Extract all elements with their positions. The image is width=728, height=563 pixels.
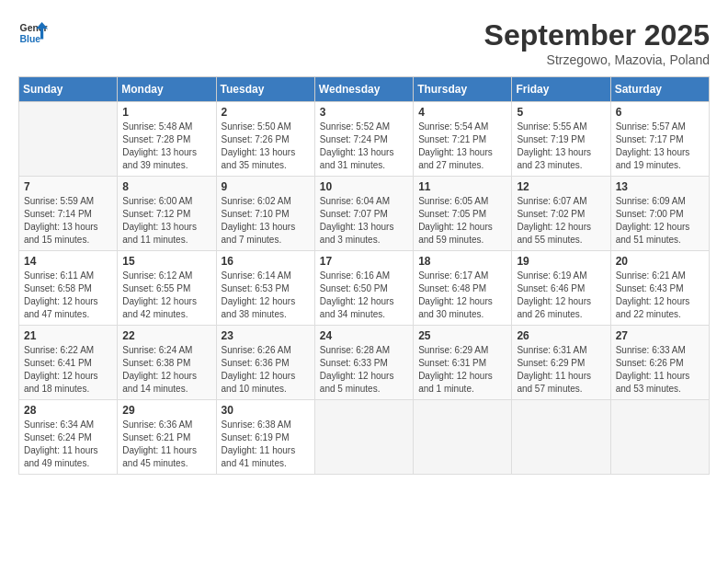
day-number: 3: [320, 106, 408, 119]
header-day: Wednesday: [314, 77, 413, 102]
day-info: Sunrise: 6:19 AM Sunset: 6:46 PM Dayligh…: [517, 270, 605, 321]
calendar-day-cell: 19Sunrise: 6:19 AM Sunset: 6:46 PM Dayli…: [512, 251, 610, 326]
day-info: Sunrise: 6:26 AM Sunset: 6:36 PM Dayligh…: [222, 344, 310, 396]
header-day: Friday: [512, 77, 610, 102]
day-info: Sunrise: 6:11 AM Sunset: 6:58 PM Dayligh…: [24, 270, 112, 321]
calendar-week-row: 21Sunrise: 6:22 AM Sunset: 6:41 PM Dayli…: [19, 326, 710, 400]
header-day: Tuesday: [216, 77, 314, 102]
day-number: 28: [24, 404, 112, 417]
calendar-day-cell: 25Sunrise: 6:29 AM Sunset: 6:31 PM Dayli…: [414, 326, 512, 400]
title-block: September 2025 Strzegowo, Mazovia, Polan…: [484, 18, 710, 67]
day-number: 30: [222, 404, 310, 417]
day-info: Sunrise: 6:09 AM Sunset: 7:00 PM Dayligh…: [616, 195, 704, 247]
day-info: Sunrise: 5:57 AM Sunset: 7:17 PM Dayligh…: [616, 121, 704, 172]
calendar-day-cell: 12Sunrise: 6:07 AM Sunset: 7:02 PM Dayli…: [512, 177, 610, 251]
day-number: 20: [616, 255, 704, 268]
location-subtitle: Strzegowo, Mazovia, Poland: [484, 52, 710, 67]
day-info: Sunrise: 5:52 AM Sunset: 7:24 PM Dayligh…: [320, 121, 408, 172]
day-number: 9: [222, 180, 310, 193]
calendar-day-cell: 1Sunrise: 5:48 AM Sunset: 7:28 PM Daylig…: [118, 102, 216, 177]
calendar-day-cell: 30Sunrise: 6:38 AM Sunset: 6:19 PM Dayli…: [216, 400, 314, 475]
day-number: 8: [122, 180, 210, 193]
calendar-day-cell: 6Sunrise: 5:57 AM Sunset: 7:17 PM Daylig…: [610, 102, 709, 177]
day-number: 29: [122, 404, 210, 417]
day-info: Sunrise: 6:02 AM Sunset: 7:10 PM Dayligh…: [222, 195, 310, 247]
calendar-week-row: 14Sunrise: 6:11 AM Sunset: 6:58 PM Dayli…: [19, 251, 710, 326]
calendar-day-cell: 18Sunrise: 6:17 AM Sunset: 6:48 PM Dayli…: [414, 251, 512, 326]
day-number: 12: [517, 180, 605, 193]
calendar-day-cell: 29Sunrise: 6:36 AM Sunset: 6:21 PM Dayli…: [118, 400, 216, 475]
calendar-day-cell: 24Sunrise: 6:28 AM Sunset: 6:33 PM Dayli…: [314, 326, 413, 400]
calendar-day-cell: 4Sunrise: 5:54 AM Sunset: 7:21 PM Daylig…: [414, 102, 512, 177]
page-header: General Blue September 2025 Strzegowo, M…: [18, 18, 710, 67]
calendar-header: SundayMondayTuesdayWednesdayThursdayFrid…: [19, 77, 710, 102]
day-info: Sunrise: 6:33 AM Sunset: 6:26 PM Dayligh…: [616, 344, 704, 396]
day-info: Sunrise: 6:31 AM Sunset: 6:29 PM Dayligh…: [517, 344, 605, 396]
calendar-day-cell: 11Sunrise: 6:05 AM Sunset: 7:05 PM Dayli…: [414, 177, 512, 251]
calendar-day-cell: 20Sunrise: 6:21 AM Sunset: 6:43 PM Dayli…: [610, 251, 709, 326]
day-info: Sunrise: 6:17 AM Sunset: 6:48 PM Dayligh…: [418, 270, 506, 321]
day-number: 19: [517, 255, 605, 268]
header-day: Monday: [118, 77, 216, 102]
day-info: Sunrise: 5:55 AM Sunset: 7:19 PM Dayligh…: [517, 121, 605, 172]
day-info: Sunrise: 6:14 AM Sunset: 6:53 PM Dayligh…: [222, 270, 310, 321]
logo: General Blue: [18, 18, 48, 48]
header-day: Saturday: [610, 77, 709, 102]
month-title: September 2025: [484, 18, 710, 52]
calendar-day-cell: [512, 400, 610, 475]
day-number: 7: [24, 180, 112, 193]
day-number: 26: [517, 329, 605, 342]
calendar-day-cell: 17Sunrise: 6:16 AM Sunset: 6:50 PM Dayli…: [314, 251, 413, 326]
calendar-day-cell: 5Sunrise: 5:55 AM Sunset: 7:19 PM Daylig…: [512, 102, 610, 177]
day-info: Sunrise: 5:54 AM Sunset: 7:21 PM Dayligh…: [418, 121, 506, 172]
calendar-day-cell: 3Sunrise: 5:52 AM Sunset: 7:24 PM Daylig…: [314, 102, 413, 177]
calendar-day-cell: 9Sunrise: 6:02 AM Sunset: 7:10 PM Daylig…: [216, 177, 314, 251]
day-info: Sunrise: 6:16 AM Sunset: 6:50 PM Dayligh…: [320, 270, 408, 321]
day-number: 24: [320, 329, 408, 342]
day-number: 13: [616, 180, 704, 193]
day-info: Sunrise: 5:59 AM Sunset: 7:14 PM Dayligh…: [24, 195, 112, 247]
calendar-week-row: 28Sunrise: 6:34 AM Sunset: 6:24 PM Dayli…: [19, 400, 710, 475]
calendar-week-row: 1Sunrise: 5:48 AM Sunset: 7:28 PM Daylig…: [19, 102, 710, 177]
calendar-day-cell: [19, 102, 118, 177]
day-info: Sunrise: 6:05 AM Sunset: 7:05 PM Dayligh…: [418, 195, 506, 247]
day-info: Sunrise: 6:07 AM Sunset: 7:02 PM Dayligh…: [517, 195, 605, 247]
calendar-body: 1Sunrise: 5:48 AM Sunset: 7:28 PM Daylig…: [19, 102, 710, 475]
calendar-day-cell: 10Sunrise: 6:04 AM Sunset: 7:07 PM Dayli…: [314, 177, 413, 251]
day-number: 5: [517, 106, 605, 119]
day-number: 22: [122, 329, 210, 342]
calendar-day-cell: 21Sunrise: 6:22 AM Sunset: 6:41 PM Dayli…: [19, 326, 118, 400]
calendar-table: SundayMondayTuesdayWednesdayThursdayFrid…: [18, 76, 710, 475]
day-number: 25: [418, 329, 506, 342]
calendar-day-cell: 14Sunrise: 6:11 AM Sunset: 6:58 PM Dayli…: [19, 251, 118, 326]
day-number: 14: [24, 255, 112, 268]
day-info: Sunrise: 5:50 AM Sunset: 7:26 PM Dayligh…: [222, 121, 310, 172]
day-number: 17: [320, 255, 408, 268]
day-number: 15: [122, 255, 210, 268]
day-info: Sunrise: 6:21 AM Sunset: 6:43 PM Dayligh…: [616, 270, 704, 321]
calendar-week-row: 7Sunrise: 5:59 AM Sunset: 7:14 PM Daylig…: [19, 177, 710, 251]
calendar-day-cell: 23Sunrise: 6:26 AM Sunset: 6:36 PM Dayli…: [216, 326, 314, 400]
calendar-day-cell: [314, 400, 413, 475]
calendar-day-cell: 2Sunrise: 5:50 AM Sunset: 7:26 PM Daylig…: [216, 102, 314, 177]
logo-icon: General Blue: [18, 18, 48, 48]
day-number: 16: [222, 255, 310, 268]
header-day: Sunday: [19, 77, 118, 102]
calendar-day-cell: 8Sunrise: 6:00 AM Sunset: 7:12 PM Daylig…: [118, 177, 216, 251]
calendar-day-cell: 13Sunrise: 6:09 AM Sunset: 7:00 PM Dayli…: [610, 177, 709, 251]
header-row: SundayMondayTuesdayWednesdayThursdayFrid…: [19, 77, 710, 102]
day-info: Sunrise: 6:12 AM Sunset: 6:55 PM Dayligh…: [122, 270, 210, 321]
header-day: Thursday: [414, 77, 512, 102]
calendar-day-cell: 28Sunrise: 6:34 AM Sunset: 6:24 PM Dayli…: [19, 400, 118, 475]
day-number: 6: [616, 106, 704, 119]
svg-text:Blue: Blue: [20, 34, 41, 44]
day-info: Sunrise: 6:04 AM Sunset: 7:07 PM Dayligh…: [320, 195, 408, 247]
day-info: Sunrise: 6:29 AM Sunset: 6:31 PM Dayligh…: [418, 344, 506, 396]
day-info: Sunrise: 6:34 AM Sunset: 6:24 PM Dayligh…: [24, 419, 112, 470]
day-number: 18: [418, 255, 506, 268]
day-number: 4: [418, 106, 506, 119]
day-number: 21: [24, 329, 112, 342]
calendar-day-cell: 16Sunrise: 6:14 AM Sunset: 6:53 PM Dayli…: [216, 251, 314, 326]
day-info: Sunrise: 6:22 AM Sunset: 6:41 PM Dayligh…: [24, 344, 112, 396]
day-number: 27: [616, 329, 704, 342]
